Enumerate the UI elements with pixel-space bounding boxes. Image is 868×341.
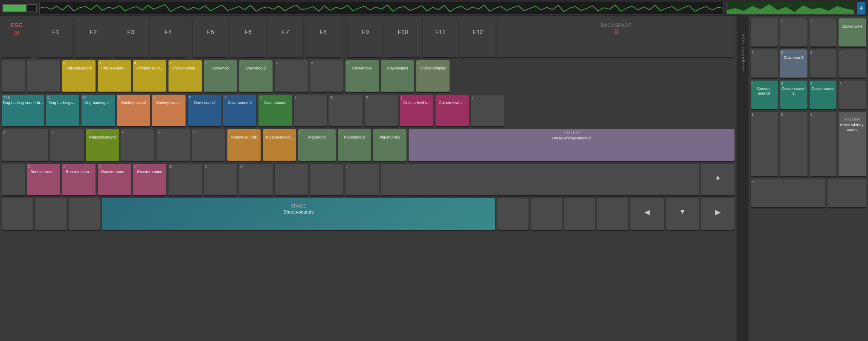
key-5-chicken[interactable]: 5 Chicken-soun... bbox=[168, 60, 202, 93]
numpad-2[interactable]: 2 bbox=[780, 111, 808, 177]
key-rbracket[interactable]: ] Guinea-fowl-s... bbox=[435, 94, 469, 127]
key-down-arrow[interactable]: ▼ bbox=[665, 198, 700, 231]
numpad-7[interactable]: 7 bbox=[750, 49, 778, 79]
numpad-0[interactable]: 0 bbox=[750, 179, 826, 208]
key-period[interactable]: . bbox=[310, 163, 344, 197]
key-q[interactable]: Q Dog-barking-s... bbox=[46, 94, 80, 127]
key-backtick[interactable]: ` bbox=[2, 60, 25, 93]
key-fwdslash[interactable]: / bbox=[345, 163, 379, 197]
numpad-empty1[interactable] bbox=[750, 18, 778, 48]
key-up-arrow[interactable]: ▲ bbox=[701, 163, 735, 197]
key-semicolon[interactable]: ; Pig-sound-2 bbox=[337, 129, 372, 162]
numpad-dot[interactable]: . bbox=[827, 179, 866, 208]
key-menu[interactable] bbox=[563, 198, 595, 231]
key-f1[interactable]: F1 bbox=[38, 18, 74, 58]
key-shift-left[interactable] bbox=[2, 163, 25, 197]
numpad-row-0: / * / Cow-moo-4 bbox=[750, 18, 866, 48]
numpad-enter[interactable]: ENTER Horse-whinny-sound bbox=[838, 111, 866, 177]
key-3-chicken[interactable]: 3 Chicken-soun... bbox=[97, 60, 131, 93]
numpad-6[interactable]: 6 Goose-sound bbox=[809, 80, 837, 110]
key-1[interactable]: 1 bbox=[26, 60, 61, 93]
numpad-cowmoo4[interactable]: / Cow-moo-4 bbox=[838, 18, 866, 48]
key-8[interactable]: 8 bbox=[274, 60, 308, 93]
key-w[interactable]: W Dog-barking-s... bbox=[81, 94, 115, 127]
key-9[interactable]: 9 bbox=[310, 60, 344, 93]
key-quote[interactable]: ' Pig-sound-3 bbox=[373, 129, 407, 162]
key-win-left[interactable] bbox=[35, 198, 67, 231]
key-f8[interactable]: F8 bbox=[305, 18, 341, 58]
numpad-slash[interactable]: / bbox=[780, 18, 808, 48]
key-v[interactable]: V Rooster-sound bbox=[133, 163, 167, 197]
key-tab[interactable]: TAB Dog-barking-sound-bi... bbox=[2, 94, 44, 127]
numpad-5[interactable]: 5 Goose-sound-2 bbox=[780, 80, 808, 110]
key-e[interactable]: E Donkey-sound bbox=[116, 94, 151, 127]
numpad-1[interactable]: 1 bbox=[750, 111, 778, 177]
key-enter[interactable]: ENTER Horse-whinny-sound-2 bbox=[408, 129, 735, 162]
numpad-3[interactable]: 3 bbox=[809, 111, 837, 177]
key-win-right[interactable] bbox=[530, 198, 562, 231]
key-c[interactable]: C Rooster-soun... bbox=[97, 163, 131, 197]
key-ctrl-right[interactable] bbox=[597, 198, 629, 231]
key-f2[interactable]: F2 bbox=[75, 18, 111, 58]
key-t[interactable]: T Dove-sound bbox=[187, 94, 221, 127]
key-a[interactable]: A bbox=[2, 129, 49, 162]
key-f11[interactable]: F11 bbox=[422, 18, 459, 58]
key-minus-cowsounds[interactable]: - Cow-sounds bbox=[380, 60, 415, 93]
key-b[interactable]: B bbox=[168, 163, 202, 197]
key-f[interactable]: F bbox=[121, 129, 155, 162]
key-6-cowmoo[interactable]: 6 Cow-moo bbox=[203, 60, 238, 93]
key-ctrl-left[interactable] bbox=[2, 198, 34, 231]
numpad-minus[interactable]: - bbox=[838, 49, 866, 79]
key-r[interactable]: R Donkey-soun... bbox=[152, 94, 186, 127]
key-2-chicken[interactable]: 2 Chicken-sound bbox=[62, 60, 96, 93]
key-esc[interactable]: ESC ☒ bbox=[2, 18, 32, 58]
key-left-arrow[interactable]: ◀ bbox=[630, 198, 664, 231]
key-h[interactable]: H bbox=[192, 129, 226, 162]
numpad-plus[interactable]: + bbox=[838, 80, 866, 110]
left-arrow-icon: ◀ bbox=[644, 208, 650, 216]
key-o[interactable]: O bbox=[329, 94, 363, 127]
key-p[interactable]: P bbox=[364, 94, 398, 127]
key-f10[interactable]: F10 bbox=[385, 18, 421, 58]
key-i[interactable]: I bbox=[293, 94, 328, 127]
key-lbracket[interactable]: [ Guinea-fowl-s... bbox=[400, 94, 434, 127]
key-d[interactable]: D Peacock-sound bbox=[85, 129, 119, 162]
numpad-asterisk[interactable]: * bbox=[809, 18, 837, 48]
nav-plus-button[interactable]: + bbox=[857, 2, 865, 14]
key-g[interactable]: G bbox=[156, 129, 190, 162]
key-f9[interactable]: F9 bbox=[347, 18, 383, 58]
key-l[interactable]: L Pig-sound bbox=[298, 129, 336, 162]
key-0-cowmoo5[interactable]: 0 Cow-moo-5 bbox=[345, 60, 379, 93]
key-k[interactable]: K Pigeon-sound... bbox=[262, 129, 296, 162]
key-comma[interactable]: , bbox=[274, 163, 308, 197]
key-space[interactable]: SPACE Sheep-sounds bbox=[102, 198, 496, 231]
key-backspace[interactable]: BACKSPACE ☒ bbox=[497, 18, 735, 58]
qwerty-row: TAB Dog-barking-sound-bi... Q Dog-barkin… bbox=[2, 94, 735, 127]
key-u[interactable]: U Goat-sounds bbox=[258, 94, 292, 127]
key-equals-cricket[interactable]: = Cricket-chirping bbox=[416, 60, 450, 93]
key-j[interactable]: J Pigeon-sounds bbox=[227, 129, 261, 162]
numpad-9[interactable]: 9 bbox=[809, 49, 837, 79]
key-alt-right[interactable] bbox=[497, 198, 529, 231]
key-shift-right[interactable] bbox=[380, 163, 700, 197]
key-f7[interactable]: F7 bbox=[267, 18, 304, 58]
key-y[interactable]: Y Dove-sound-2 bbox=[223, 94, 257, 127]
key-4-chicken[interactable]: 4 Chicken-soun... bbox=[133, 60, 167, 93]
key-alt-left[interactable] bbox=[68, 198, 100, 231]
key-x[interactable]: X Rooster-soun... bbox=[62, 163, 96, 197]
key-f5[interactable]: F5 bbox=[192, 18, 229, 58]
key-backslash[interactable]: \ bbox=[470, 94, 505, 127]
key-f6[interactable]: F6 bbox=[230, 18, 266, 58]
numpad-4[interactable]: 4 Gooses-sounds bbox=[750, 80, 778, 110]
key-7-cowmoo2[interactable]: 7 Cow-moo-2 bbox=[239, 60, 273, 93]
key-z[interactable]: Z Rooster-soun... bbox=[26, 163, 61, 197]
key-s[interactable]: S bbox=[50, 129, 84, 162]
key-right-arrow[interactable]: ▶ bbox=[701, 198, 735, 231]
key-n[interactable]: N bbox=[203, 163, 238, 197]
key-f3[interactable]: F3 bbox=[113, 18, 149, 58]
key-f4[interactable]: F4 bbox=[150, 18, 186, 58]
numpad-8[interactable]: 8 Cow-moo-3 bbox=[780, 49, 808, 79]
key-m[interactable]: M bbox=[239, 163, 273, 197]
key-f12[interactable]: F12 bbox=[460, 18, 496, 58]
numpad-row-4: 0 . bbox=[750, 179, 866, 208]
